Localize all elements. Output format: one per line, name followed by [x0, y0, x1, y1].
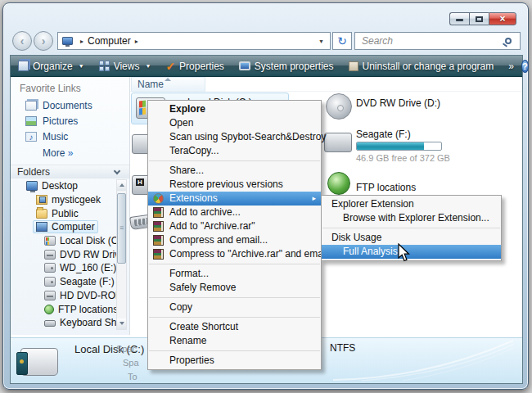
search-input[interactable]: Search	[354, 32, 521, 50]
system-properties-button[interactable]: System properties	[232, 56, 341, 76]
tree-item-wd160[interactable]: WD_160 (E:)	[11, 261, 129, 275]
more-label: More	[43, 147, 65, 159]
menu-item-explore[interactable]: Explore	[148, 102, 321, 116]
pictures-icon	[25, 116, 37, 126]
rar-archive-icon	[153, 235, 164, 246]
menu-item-compress-and-email[interactable]: Compress and email...	[148, 233, 321, 247]
navigation-pane: Favorite Links Documents Pictures ♪ Musi…	[11, 77, 130, 335]
details-fragment: Spa	[123, 358, 139, 368]
tree-item-mysticgeek[interactable]: mysticgeek	[11, 193, 129, 207]
search-icon[interactable]	[505, 38, 512, 44]
menu-item-restore-previous-versions[interactable]: Restore previous versions	[148, 178, 321, 192]
menu-item-teracopy[interactable]: TeraCopy...	[148, 144, 321, 158]
menu-item-add-to-archive[interactable]: Add to archive...	[148, 206, 321, 219]
breadcrumb-item-computer[interactable]: Computer	[88, 35, 131, 47]
menu-separator	[322, 228, 500, 228]
sidebar-item-documents[interactable]: Documents	[25, 100, 92, 111]
scroll-up-button[interactable]	[117, 180, 126, 191]
ftp-icon	[44, 305, 54, 314]
triangle-up-icon	[119, 183, 124, 187]
more-links[interactable]: More »	[43, 147, 73, 159]
computer-icon	[62, 37, 73, 45]
drive-icon-large	[20, 348, 58, 376]
forward-button[interactable]: ›	[34, 31, 53, 51]
rar-archive-icon	[153, 221, 164, 232]
more-chevron-icon: »	[68, 147, 74, 159]
help-button[interactable]: ?	[521, 60, 529, 73]
column-header-name[interactable]: Name	[131, 77, 205, 92]
menu-item-compress-to-archive-and-email[interactable]: Compress to "Archive.rar" and email	[148, 247, 321, 261]
organize-label: Organize	[33, 61, 73, 72]
sort-ascending-icon	[165, 78, 171, 81]
properties-button[interactable]: ✓ Properties	[158, 56, 231, 76]
tree-scrollbar[interactable]	[116, 179, 127, 330]
pie-chart-icon	[153, 193, 164, 204]
optical-drive-icon	[44, 250, 56, 260]
mouse-cursor	[396, 243, 413, 263]
menu-item-copy[interactable]: Copy	[148, 300, 321, 314]
tree-item-computer[interactable]: Computer	[11, 220, 129, 234]
back-button[interactable]: ‹	[12, 31, 32, 51]
optical-drive-icon	[44, 291, 56, 300]
sidebar-item-label: Music	[43, 131, 68, 142]
menu-item-safely-remove[interactable]: Safely Remove	[148, 281, 321, 295]
menu-item-rename[interactable]: Rename	[148, 334, 321, 348]
tree-item-dvd-rw-drive[interactable]: DVD RW Drive	[11, 247, 129, 261]
nav-buttons: ‹ ›	[12, 30, 55, 52]
menu-item-spybot-scan[interactable]: Scan using Spybot-Search&Destroy	[148, 130, 321, 144]
drive-icon	[44, 277, 56, 287]
menu-item-share[interactable]: Share...	[148, 164, 321, 178]
menu-item-open[interactable]: Open	[148, 116, 321, 130]
minimize-icon	[456, 19, 463, 21]
toolbar-overflow-button[interactable]: »	[501, 56, 521, 76]
desktop-icon	[26, 181, 38, 191]
menu-item-create-shortcut[interactable]: Create Shortcut	[148, 320, 321, 334]
triangle-down-icon	[119, 322, 124, 325]
scrollbar-thumb[interactable]	[117, 193, 126, 264]
ftp-globe-icon	[327, 172, 350, 195]
menu-item-format[interactable]: Format...	[148, 267, 321, 281]
menu-item-extensions[interactable]: Extensions ▸	[148, 192, 321, 206]
views-button[interactable]: Views ▼	[92, 56, 159, 76]
scroll-down-button[interactable]	[117, 318, 126, 329]
minimize-button[interactable]	[449, 12, 469, 25]
menu-separator	[149, 317, 320, 318]
tile-label: Seagate (F:)	[356, 129, 411, 140]
tree-item-ftp-locations[interactable]: FTP locations	[11, 302, 129, 316]
menu-item-add-to-archive-rar[interactable]: Add to "Archive.rar"	[148, 219, 321, 233]
sidebar-item-pictures[interactable]: Pictures	[25, 115, 78, 127]
breadcrumb-arrow-icon: ▸	[80, 38, 83, 45]
folders-band[interactable]: Folders	[11, 165, 129, 178]
tile-label: FTP locations	[356, 182, 416, 193]
submenu-arrow-icon: ▸	[312, 192, 316, 206]
close-icon: ×	[499, 13, 505, 25]
tree-item-keyboard-shortcuts[interactable]: Keyboard Shor	[11, 316, 129, 330]
menu-item-properties[interactable]: Properties	[148, 354, 321, 368]
maximize-button[interactable]	[469, 12, 489, 25]
close-button[interactable]: ×	[489, 12, 516, 25]
search-placeholder: Search	[355, 35, 505, 47]
sidebar-item-music[interactable]: ♪ Music	[25, 131, 68, 142]
views-icon	[99, 61, 110, 71]
tree-item-desktop[interactable]: Desktop	[11, 179, 129, 193]
refresh-button[interactable]: ↻	[332, 32, 352, 50]
monitor-icon	[239, 61, 250, 70]
optical-disc-icon	[326, 93, 352, 120]
menu-separator	[149, 264, 320, 264]
breadcrumb[interactable]: ▸ Computer ▸ ▼	[57, 32, 331, 50]
uninstall-button[interactable]: Uninstall or change a program	[341, 56, 502, 76]
tile-label: DVD RW Drive (D:)	[356, 97, 440, 109]
menu-separator	[149, 160, 320, 161]
address-dropdown-icon[interactable]: ▼	[313, 38, 330, 44]
tree-item-public[interactable]: Public	[11, 206, 129, 220]
organize-icon	[18, 61, 29, 71]
submenu-item-browse-with-explorer-extension[interactable]: Browse with Explorer Extension...	[322, 211, 501, 225]
organize-button[interactable]: Organize ▼	[11, 56, 92, 76]
tree-item-seagate[interactable]: Seagate (F:)	[11, 275, 129, 289]
breadcrumb-arrow-icon[interactable]: ▸	[135, 38, 138, 45]
documents-icon	[25, 101, 37, 111]
tree-item-local-disk-c[interactable]: Local Disk (C:)	[11, 234, 129, 248]
tree-item-hd-dvd-rom[interactable]: HD DVD-ROM	[11, 289, 129, 303]
capacity-bar	[356, 142, 442, 151]
computer-icon	[36, 222, 47, 232]
